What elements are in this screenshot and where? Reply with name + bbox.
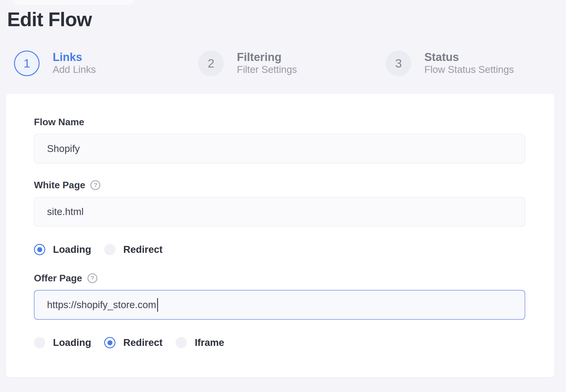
white-page-loading-option[interactable]: Loading bbox=[34, 244, 91, 255]
step-filtering[interactable]: 2 Filtering Filter Settings bbox=[198, 51, 297, 76]
white-page-redirect-option[interactable]: Redirect bbox=[104, 244, 162, 255]
radio-unchecked-icon[interactable] bbox=[34, 337, 45, 348]
step-subtitle: Filter Settings bbox=[237, 64, 297, 75]
offer-page-label-text: Offer Page bbox=[34, 272, 82, 284]
offer-page-input-value: https://shopify_store.com bbox=[47, 299, 156, 311]
step-title: Status bbox=[424, 51, 514, 63]
offer-page-mode-group: Loading Redirect Iframe bbox=[34, 337, 525, 348]
white-page-input[interactable] bbox=[34, 197, 525, 227]
step-text: Filtering Filter Settings bbox=[237, 51, 297, 76]
question-mark-icon[interactable] bbox=[90, 180, 100, 190]
step-subtitle: Add Links bbox=[53, 64, 96, 75]
offer-page-iframe-option[interactable]: Iframe bbox=[176, 337, 224, 348]
step-wizard: 1 Links Add Links 2 Filtering Filter Set… bbox=[7, 51, 566, 76]
radio-label: Loading bbox=[53, 337, 91, 348]
radio-label: Redirect bbox=[123, 337, 162, 348]
offer-page-input[interactable]: https://shopify_store.com bbox=[34, 290, 525, 320]
radio-unchecked-icon[interactable] bbox=[176, 337, 187, 348]
radio-label: Redirect bbox=[123, 244, 162, 255]
flow-name-label: Flow Name bbox=[34, 116, 525, 128]
step-number-badge: 2 bbox=[198, 51, 224, 76]
step-number-badge: 3 bbox=[386, 51, 411, 76]
page-header: Edit Flow 1 Links Add Links 2 Filtering … bbox=[0, 0, 566, 76]
page-title: Edit Flow bbox=[7, 8, 566, 31]
radio-label: Iframe bbox=[195, 337, 224, 348]
white-page-label-text: White Page bbox=[34, 179, 85, 191]
white-page-mode-group: Loading Redirect bbox=[34, 244, 525, 255]
step-status[interactable]: 3 Status Flow Status Settings bbox=[386, 51, 514, 76]
flow-name-input[interactable] bbox=[34, 134, 525, 164]
text-cursor bbox=[157, 298, 158, 312]
white-page-label: White Page bbox=[34, 179, 525, 191]
step-title: Links bbox=[53, 51, 96, 63]
offer-page-loading-option[interactable]: Loading bbox=[34, 337, 91, 348]
radio-label: Loading bbox=[53, 244, 91, 255]
step-text: Status Flow Status Settings bbox=[424, 51, 514, 76]
offer-page-redirect-option[interactable]: Redirect bbox=[104, 337, 162, 348]
question-mark-icon[interactable] bbox=[87, 273, 97, 283]
step-links[interactable]: 1 Links Add Links bbox=[14, 51, 96, 76]
radio-checked-icon[interactable] bbox=[104, 337, 115, 348]
step-subtitle: Flow Status Settings bbox=[424, 64, 514, 75]
radio-unchecked-icon[interactable] bbox=[104, 244, 115, 255]
offer-page-label: Offer Page bbox=[34, 272, 525, 284]
step-number-badge: 1 bbox=[14, 51, 40, 76]
edit-flow-form-card: Flow Name White Page Loading Redirect Of… bbox=[6, 94, 554, 377]
step-title: Filtering bbox=[237, 51, 297, 63]
step-text: Links Add Links bbox=[53, 51, 96, 76]
radio-checked-icon[interactable] bbox=[34, 244, 45, 255]
